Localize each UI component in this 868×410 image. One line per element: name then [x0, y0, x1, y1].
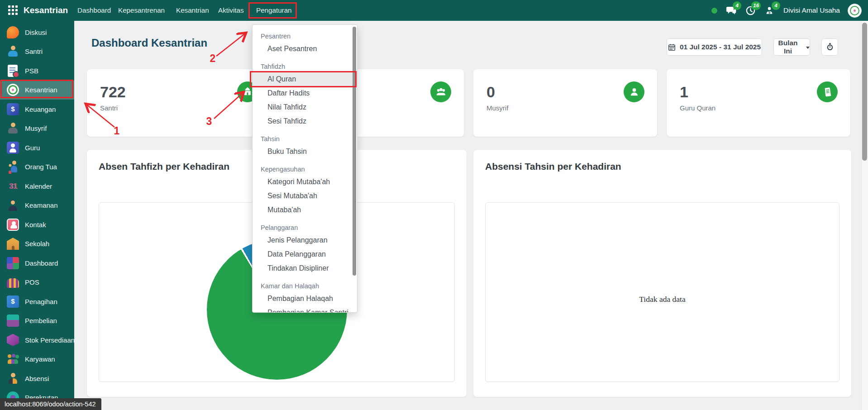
menu-item-kategori-mutabaah[interactable]: Kategori Mutaba'ah: [253, 175, 357, 189]
messages-badge: 4: [733, 1, 741, 10]
sidebar-item-kalender[interactable]: Kalender: [0, 176, 74, 196]
user-requests-badge: 4: [772, 1, 780, 10]
nav-pengaturan[interactable]: Pengaturan: [256, 0, 292, 21]
app-sidebar: Diskusi Santri PSB Kesantrian Keuangan M…: [0, 21, 74, 410]
menu-item-sesi-tahfidz[interactable]: Sesi Tahfidz: [253, 114, 357, 128]
santri-icon: [7, 45, 19, 57]
sidebar-item-orang-tua[interactable]: Orang Tua: [0, 157, 74, 177]
activities-clock-icon[interactable]: 16: [744, 5, 756, 16]
pembelian-icon: [7, 315, 19, 327]
sidebar-item-karyawan[interactable]: Karyawan: [0, 350, 74, 369]
sidebar-item-dashboard[interactable]: Dashboard: [0, 253, 74, 273]
page-scrollbar-track[interactable]: [861, 21, 868, 410]
person-icon: [624, 81, 644, 102]
sidebar-item-guru[interactable]: Guru: [0, 138, 74, 157]
keamanan-icon: [7, 199, 19, 211]
psb-icon: [8, 65, 18, 77]
menu-item-daftar-hadits[interactable]: Daftar Hadits: [253, 86, 357, 100]
tahsin-chart-panel: Tidak ada data: [485, 202, 839, 382]
menu-item-data-pelanggaran[interactable]: Data Pelanggaran: [253, 247, 357, 261]
tahfizh-chart-title: Absen Tahfizh per Kehadiran: [99, 161, 229, 172]
menu-item-jenis-pelanggaran[interactable]: Jenis Pelanggaran: [253, 233, 357, 247]
absensi-icon: [7, 372, 19, 385]
menu-section-kepengasuhan: Kepengasuhan: [253, 164, 357, 175]
page-scrollbar-thumb[interactable]: [862, 23, 867, 161]
tahsin-chart-card: Absensi Tahsin per Kehadiran Tidak ada d…: [473, 150, 851, 397]
realtime-clock-button[interactable]: [821, 38, 838, 56]
orang-tua-icon: [7, 161, 19, 173]
keuangan-icon: [7, 103, 19, 115]
sidebar-item-keamanan[interactable]: Keamanan: [0, 196, 74, 215]
kalender-icon: [7, 180, 19, 192]
menu-section-pelanggaran: Pelanggaran: [253, 222, 357, 233]
menu-item-sesi-mutabaah[interactable]: Sesi Mutaba'ah: [253, 189, 357, 203]
page-title: Dashboard Kesantrian: [91, 37, 207, 49]
pengaturan-dropdown-menu: Pesantren Aset Pesantren Tahfidzh Al Qur…: [252, 24, 358, 313]
people-group-icon: [430, 81, 451, 102]
sidebar-item-pembelian[interactable]: Pembelian: [0, 311, 74, 331]
sidebar-item-kesantrian[interactable]: Kesantrian: [0, 81, 74, 100]
user-avatar[interactable]: [848, 4, 862, 18]
sidebar-item-pos[interactable]: POS: [0, 273, 74, 292]
calendar-icon: [668, 43, 676, 51]
period-dropdown-button[interactable]: Bulan Ini: [773, 38, 810, 56]
stat-card-santri: 722 Santri: [87, 69, 271, 137]
menu-section-tahfidzh: Tahfidzh: [253, 61, 357, 72]
menu-section-kamar-dan-halaqah: Kamar dan Halaqah: [253, 281, 357, 291]
musyrif-icon: [7, 122, 19, 134]
sidebar-item-penagihan[interactable]: Penagihan: [0, 292, 74, 311]
activities-badge: 16: [751, 1, 761, 10]
stat-card-musyrif: 0 Musyrif: [473, 69, 657, 137]
menu-item-tindakan-disipliner[interactable]: Tindakan Disipliner: [253, 261, 357, 275]
musyrif-label: Musyrif: [473, 100, 657, 112]
apps-grid-icon[interactable]: [7, 5, 18, 15]
kontak-icon: [7, 219, 19, 231]
santri-label: Santri: [87, 100, 271, 112]
menu-item-buku-tahsin[interactable]: Buku Tahsin: [253, 144, 357, 158]
menu-item-al-quran[interactable]: Al Quran: [253, 72, 357, 86]
sidebar-item-kontak[interactable]: Kontak: [0, 215, 74, 234]
sidebar-item-musyrif[interactable]: Musyrif: [0, 119, 74, 138]
menu-item-mutabaah[interactable]: Mutaba'ah: [253, 203, 357, 217]
menu-item-pembagian-kamar-santri[interactable]: Pembagian Kamar Santri: [253, 305, 357, 313]
company-name[interactable]: Divisi Amal Usaha: [783, 6, 840, 14]
menu-item-aset-pesantren[interactable]: Aset Pesantren: [253, 42, 357, 56]
user-requests-icon[interactable]: $ 4: [764, 5, 776, 16]
guru-icon: [7, 142, 19, 154]
chevron-down-icon: [806, 47, 810, 49]
app-title: Kesantrian: [24, 0, 68, 21]
menu-item-pembagian-halaqah[interactable]: Pembagian Halaqah: [253, 291, 357, 305]
messages-icon[interactable]: 4: [725, 5, 737, 16]
nav-kesantrian[interactable]: Kesantrian: [176, 0, 209, 21]
menu-item-nilai-tahfidz[interactable]: Nilai Tahfidz: [253, 100, 357, 114]
menu-section-tahsin: Tahsin: [253, 133, 357, 144]
sekolah-icon: [7, 238, 19, 250]
annotation-label-2: 2: [210, 52, 216, 64]
sidebar-item-stok-persediaan[interactable]: Stok Persediaan: [0, 330, 74, 350]
stok-icon: [7, 334, 19, 346]
sidebar-item-psb[interactable]: PSB: [0, 61, 74, 81]
svg-text:$: $: [768, 10, 771, 14]
no-data-text: Tidak ada data: [486, 203, 839, 381]
guru-quran-label: Guru Quran: [667, 100, 850, 112]
stat-card-guru-quran: 1 Guru Quran: [667, 69, 850, 137]
diskusi-icon: [7, 26, 19, 38]
dropdown-scrollbar[interactable]: [353, 27, 356, 276]
nav-kepesantrenan[interactable]: Kepesantrenan: [118, 0, 165, 21]
nav-aktivitas[interactable]: Aktivitas: [218, 0, 244, 21]
top-navbar: Kesantrian Dashboard Kepesantrenan Kesan…: [0, 0, 868, 21]
period-label: Bulan Ini: [774, 39, 802, 55]
sidebar-item-absensi[interactable]: Absensi: [0, 369, 74, 388]
nav-dashboard[interactable]: Dashboard: [77, 0, 111, 21]
book-icon: [817, 81, 838, 102]
navbar-right-cluster: 4 16 $ 4 Divisi Amal Usaha: [711, 0, 862, 21]
sidebar-item-sekolah[interactable]: Sekolah: [0, 234, 74, 254]
stopwatch-icon: [826, 43, 834, 51]
date-range-button[interactable]: 01 Jul 2025 - 31 Jul 2025: [667, 38, 762, 56]
annotation-arrow-2: [216, 33, 246, 56]
sidebar-item-santri[interactable]: Santri: [0, 42, 74, 62]
online-status-dot: [711, 8, 717, 14]
sidebar-item-keuangan[interactable]: Keuangan: [0, 100, 74, 119]
sidebar-item-diskusi[interactable]: Diskusi: [0, 23, 74, 42]
date-range-label: 01 Jul 2025 - 31 Jul 2025: [680, 43, 761, 51]
